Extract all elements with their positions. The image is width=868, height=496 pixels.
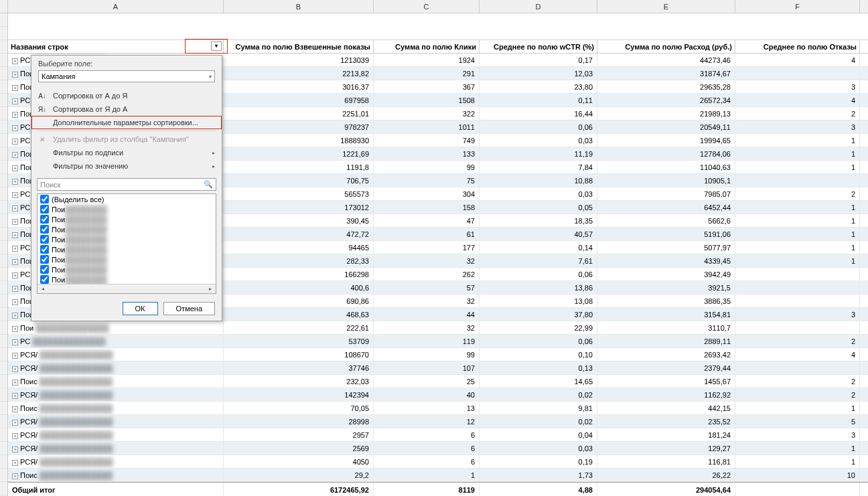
data-cell[interactable]: 2 bbox=[735, 335, 860, 347]
row-number[interactable] bbox=[0, 482, 7, 495]
expand-icon[interactable]: + bbox=[12, 152, 18, 158]
col-header-B[interactable]: B bbox=[224, 0, 374, 13]
more-sort-options-item[interactable]: Дополнительные параметры сортировки... bbox=[31, 116, 222, 129]
data-cell[interactable]: 367 bbox=[374, 80, 480, 93]
filter-check-item[interactable]: Пои ████████ bbox=[38, 224, 216, 234]
data-cell[interactable]: 2693,42 bbox=[597, 348, 735, 361]
data-cell[interactable]: 291 bbox=[374, 67, 480, 80]
data-cell[interactable]: 99 bbox=[374, 161, 480, 173]
filter-check-item[interactable]: Пои ████████ bbox=[38, 264, 216, 274]
data-cell[interactable]: 0,10 bbox=[480, 348, 597, 361]
data-cell[interactable]: 158 bbox=[374, 201, 480, 214]
data-cell[interactable]: 2 bbox=[735, 187, 860, 200]
data-cell[interactable]: 0,19 bbox=[480, 455, 597, 468]
cancel-button[interactable]: Отмена bbox=[163, 302, 215, 315]
col-header-C[interactable]: C bbox=[374, 0, 480, 13]
data-cell[interactable]: 3110,7 bbox=[597, 321, 735, 334]
data-cell[interactable]: 6 bbox=[374, 442, 480, 454]
data-cell[interactable]: 3154,81 bbox=[597, 308, 735, 321]
data-cell[interactable]: 282,33 bbox=[224, 254, 374, 267]
data-cell[interactable]: 2 bbox=[735, 375, 860, 388]
data-cell[interactable]: 26572,34 bbox=[597, 94, 735, 106]
expand-icon[interactable]: + bbox=[12, 179, 18, 185]
horizontal-scrollbar[interactable]: ◂ ▸ bbox=[38, 284, 216, 293]
row-number[interactable] bbox=[0, 415, 7, 428]
data-cell[interactable]: 3 bbox=[735, 80, 860, 93]
data-cell[interactable]: 0,06 bbox=[480, 268, 597, 280]
expand-icon[interactable]: + bbox=[12, 219, 18, 225]
data-cell[interactable]: 2569 bbox=[224, 442, 374, 454]
data-cell[interactable]: 40,57 bbox=[480, 228, 597, 240]
row-number[interactable] bbox=[0, 308, 7, 321]
row-number[interactable] bbox=[0, 361, 7, 375]
data-cell[interactable]: 4 bbox=[735, 54, 860, 66]
filter-checkbox[interactable] bbox=[40, 255, 49, 264]
filter-check-item[interactable]: Пои ████████ bbox=[38, 244, 216, 254]
data-cell[interactable]: 1 bbox=[735, 254, 860, 267]
data-cell[interactable] bbox=[735, 361, 860, 374]
data-cell[interactable]: 1 bbox=[735, 214, 860, 227]
data-cell[interactable]: 4 bbox=[735, 94, 860, 106]
expand-icon[interactable]: + bbox=[12, 339, 18, 345]
expand-icon[interactable]: + bbox=[12, 58, 18, 64]
filter-check-item[interactable]: Пои ████████ bbox=[38, 234, 216, 244]
data-cell[interactable]: 4339,45 bbox=[597, 254, 735, 267]
data-cell[interactable]: 690,86 bbox=[224, 295, 374, 307]
data-cell[interactable]: 472,72 bbox=[224, 228, 374, 240]
data-cell[interactable]: 7985,07 bbox=[597, 187, 735, 200]
data-cell[interactable]: 133 bbox=[374, 147, 480, 160]
data-cell[interactable]: 1888930 bbox=[224, 134, 374, 147]
expand-icon[interactable]: + bbox=[12, 313, 18, 319]
expand-icon[interactable]: + bbox=[12, 299, 18, 305]
search-input[interactable]: Поиск 🔍 bbox=[37, 178, 216, 191]
data-cell[interactable]: 75 bbox=[374, 174, 480, 187]
row-number[interactable] bbox=[0, 428, 7, 442]
data-cell[interactable]: 61 bbox=[374, 228, 480, 240]
data-cell[interactable]: 2251,01 bbox=[224, 107, 374, 120]
row-label-cell[interactable]: +РСЯ/ ██████████████ bbox=[8, 455, 224, 468]
data-cell[interactable]: 40 bbox=[374, 388, 480, 401]
data-cell[interactable]: 181,24 bbox=[597, 428, 735, 441]
row-number[interactable] bbox=[0, 134, 7, 147]
data-cell[interactable]: 18,35 bbox=[480, 214, 597, 227]
data-cell[interactable]: 6452,44 bbox=[597, 201, 735, 214]
data-cell[interactable]: 0,03 bbox=[480, 134, 597, 147]
data-cell[interactable]: 29,2 bbox=[224, 469, 374, 481]
data-cell[interactable]: 1 bbox=[735, 201, 860, 214]
data-cell[interactable]: 3 bbox=[735, 120, 860, 133]
data-cell[interactable]: 4 bbox=[735, 348, 860, 361]
pivot-row[interactable]: +РСЯ/ ██████████████256960,03129,271 bbox=[8, 442, 868, 455]
scroll-left-arrow[interactable]: ◂ bbox=[39, 286, 47, 292]
data-cell[interactable]: 749 bbox=[374, 134, 480, 147]
data-cell[interactable]: 322 bbox=[374, 107, 480, 120]
select-all-check[interactable]: (Выделить все) bbox=[38, 194, 216, 204]
expand-icon[interactable]: + bbox=[12, 366, 18, 372]
data-cell[interactable]: 0,02 bbox=[480, 415, 597, 428]
pivot-row[interactable]: +РСЯ/ ██████████████108670990,102693,424 bbox=[8, 348, 868, 361]
data-cell[interactable]: 3 bbox=[735, 308, 860, 321]
data-cell[interactable]: 107 bbox=[374, 361, 480, 374]
data-cell[interactable]: 235,52 bbox=[597, 415, 735, 428]
filter-checkbox[interactable] bbox=[40, 205, 49, 214]
expand-icon[interactable]: + bbox=[12, 246, 18, 252]
row-number[interactable] bbox=[0, 281, 7, 295]
data-cell[interactable]: 3942,49 bbox=[597, 268, 735, 280]
expand-icon[interactable]: + bbox=[12, 406, 18, 412]
data-cell[interactable]: 390,45 bbox=[224, 214, 374, 227]
data-cell[interactable]: 0,14 bbox=[480, 241, 597, 254]
pivot-row[interactable]: +Пои ██████████████222,613222,993110,7 bbox=[8, 321, 868, 335]
row-label-cell[interactable]: +РСЯ/ ██████████████ bbox=[8, 348, 224, 361]
row-number[interactable] bbox=[0, 187, 7, 201]
data-cell[interactable] bbox=[735, 268, 860, 280]
data-cell[interactable]: 70,05 bbox=[224, 402, 374, 414]
data-cell[interactable]: 0,04 bbox=[480, 428, 597, 441]
pivot-row[interactable]: +РС ██████████████537091190,062889,112 bbox=[8, 335, 868, 348]
data-cell[interactable]: 16,44 bbox=[480, 107, 597, 120]
data-cell[interactable]: 0,13 bbox=[480, 361, 597, 374]
data-cell[interactable]: 1 bbox=[735, 228, 860, 240]
col-C-header[interactable]: Сумма по полю Клики bbox=[374, 40, 480, 53]
data-cell[interactable]: 57 bbox=[374, 281, 480, 294]
data-cell[interactable]: 2957 bbox=[224, 428, 374, 441]
data-cell[interactable]: 1455,67 bbox=[597, 375, 735, 388]
row-number[interactable] bbox=[0, 402, 7, 415]
